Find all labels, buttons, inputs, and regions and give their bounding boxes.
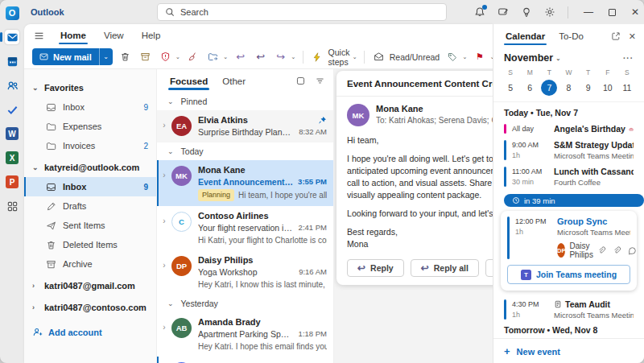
date-cell[interactable]: 10 [598, 79, 617, 97]
date-cell-selected[interactable]: 7 [539, 79, 559, 97]
move-to-dropdown[interactable]: ⌄ [223, 53, 228, 60]
folder-archive[interactable]: Archive [24, 254, 156, 274]
calendar-more-icon[interactable]: ··· [623, 54, 634, 63]
date-cell[interactable]: 8 [559, 79, 578, 97]
close-button[interactable]: ✕ [631, 7, 639, 17]
report-dropdown[interactable]: ⌄ [175, 53, 180, 60]
join-teams-meeting-button[interactable]: T Join Teams meeting [507, 265, 630, 284]
chat-bubble-icon[interactable] [628, 246, 637, 255]
group-header-today[interactable]: ⌄ Today [157, 142, 333, 160]
expand-chevron-icon[interactable]: › [159, 254, 169, 290]
move-to-icon[interactable] [205, 48, 221, 65]
tab-home[interactable]: Home [59, 28, 88, 43]
tab-focused[interactable]: Focused [168, 74, 209, 89]
rail-todo-icon[interactable] [5, 102, 19, 117]
date-cell[interactable]: 9 [579, 79, 598, 97]
reply-button[interactable]: ↩ Reply [347, 259, 404, 277]
read-unread-icon[interactable] [371, 48, 386, 65]
favorites-section-header[interactable]: ⌄ Favorites [24, 78, 156, 97]
message-row-mona[interactable]: › MK Mona Kane Event Announcement Conten… [157, 160, 333, 206]
message-row-elvia[interactable]: › EA Elvia Atkins Surprise Birthday Plan… [157, 110, 333, 142]
link-paperclip-icon[interactable] [613, 246, 621, 255]
message-row-daisy[interactable]: › DP Daisy Philips Yoga Workshop 9:16 AM… [157, 250, 333, 295]
feedback-icon[interactable] [497, 6, 509, 18]
close-panel-icon[interactable]: ✕ [629, 32, 636, 41]
account-gmail-header[interactable]: › katri0487@gmail.com [24, 276, 156, 295]
read-unread-label[interactable]: Read/Unread [390, 52, 440, 62]
date-cell[interactable]: 5 [501, 79, 520, 97]
tips-lightbulb-icon[interactable] [521, 6, 532, 18]
tab-todo[interactable]: To-Do [557, 29, 585, 43]
categorize-tag-icon[interactable] [444, 48, 460, 65]
quick-steps-label[interactable]: Quick steps [328, 47, 350, 67]
tab-calendar[interactable]: Calendar [504, 29, 547, 43]
rail-people-icon[interactable] [5, 78, 19, 93]
new-mail-dropdown[interactable]: ⌄ [99, 48, 113, 65]
expand-chevron-icon[interactable]: › [159, 316, 169, 352]
rail-calendar-icon[interactable] [5, 54, 19, 68]
month-dropdown-icon[interactable]: ⌄ [555, 55, 560, 62]
tab-view[interactable]: View [102, 28, 126, 43]
divider [336, 96, 493, 97]
folder-invoices[interactable]: Invoices 2 [24, 136, 156, 155]
expand-chevron-icon[interactable]: › [159, 210, 169, 245]
expand-chevron-icon[interactable]: › [159, 164, 169, 201]
filter-icon[interactable] [315, 76, 325, 86]
add-account-button[interactable]: Add account [24, 327, 156, 337]
event-lunch[interactable]: 11:00 AM30 min Lunch with Cassandra Four… [493, 163, 644, 190]
archive-icon[interactable] [138, 48, 153, 65]
new-event-button[interactable]: + New event [493, 338, 644, 363]
quick-steps-dropdown[interactable]: ⌄ [352, 53, 357, 60]
select-messages-icon[interactable] [295, 76, 306, 86]
account-contoso-header[interactable]: › katri0487@contoso.com [24, 298, 156, 317]
notifications-icon[interactable] [474, 6, 485, 18]
event-strategy-update[interactable]: 9:00 AM1h S&M Strategy Update Microsoft … [493, 137, 644, 163]
categorize-dropdown[interactable]: ⌄ [462, 53, 467, 60]
event-team-audit[interactable]: 4:30 PM1h Team Audit Microsoft Teams Mee… [493, 296, 644, 323]
rail-more-apps-icon[interactable] [5, 199, 19, 213]
forward-dropdown[interactable]: ⌄ [291, 53, 295, 60]
rail-word-icon[interactable]: W [5, 126, 19, 141]
date-cell[interactable]: 11 [617, 79, 637, 97]
new-mail-button[interactable]: New mail ⌄ [32, 48, 113, 65]
forward-icon[interactable]: ↪ [273, 48, 288, 65]
reply-icon[interactable]: ↩ [233, 48, 248, 65]
hamburger-menu-icon[interactable] [34, 31, 44, 41]
delete-icon[interactable] [118, 48, 133, 65]
folder-deleted-items[interactable]: Deleted Items [24, 235, 156, 254]
tab-other[interactable]: Other [221, 74, 247, 89]
date-cell[interactable]: 6 [520, 79, 539, 97]
message-row-chris[interactable]: › CN Chris Naidoo @ Thanks for joining o… [157, 357, 333, 363]
attachment-paperclip-icon[interactable] [597, 246, 606, 255]
folder-expenses[interactable]: Expenses [24, 117, 156, 136]
message-row-amanda[interactable]: › AB Amanda Brady Apartment Parking Spot… [157, 312, 333, 357]
month-label[interactable]: November [504, 52, 553, 64]
flag-icon[interactable]: ⚑ [472, 48, 487, 65]
quick-steps-icon[interactable] [310, 48, 325, 65]
reply-all-button[interactable]: ↩ Reply all [411, 259, 479, 277]
forward-button[interactable]: ↪ Forward [485, 259, 493, 277]
sweep-icon[interactable] [185, 48, 200, 65]
expand-chevron-icon[interactable]: › [159, 114, 169, 138]
reply-all-icon[interactable]: ↩ [253, 48, 268, 65]
folder-inbox-selected[interactable]: Inbox 9 [24, 177, 156, 196]
account-section-header[interactable]: ⌄ katyreid@outlook.com [24, 158, 156, 177]
search-input[interactable]: Search [157, 3, 447, 21]
message-row-contoso[interactable]: › C Contoso Airlines Your flight reserva… [157, 206, 333, 250]
event-birthday[interactable]: All day Angela's Birthday [493, 121, 644, 137]
featured-event-card[interactable]: 12:00 PM1h Group Sync Microsoft Teams Me… [501, 211, 637, 291]
folder-sent-items[interactable]: Sent Items [24, 216, 156, 235]
rail-excel-icon[interactable]: X [5, 151, 19, 165]
report-icon[interactable] [158, 48, 173, 65]
group-header-yesterday[interactable]: ⌄ Yesterday [157, 295, 333, 312]
folder-drafts[interactable]: Drafts [24, 196, 156, 216]
rail-powerpoint-icon[interactable]: P [5, 175, 19, 189]
maximize-button[interactable] [609, 9, 616, 16]
group-header-pinned[interactable]: ⌄ Pinned [157, 93, 333, 110]
rail-mail-icon[interactable] [5, 30, 19, 44]
minimize-button[interactable]: — [584, 7, 593, 17]
popout-icon[interactable] [611, 31, 621, 41]
tab-help[interactable]: Help [140, 28, 163, 43]
folder-favorites-inbox[interactable]: Inbox 9 [24, 97, 156, 117]
settings-gear-icon[interactable] [544, 6, 555, 18]
